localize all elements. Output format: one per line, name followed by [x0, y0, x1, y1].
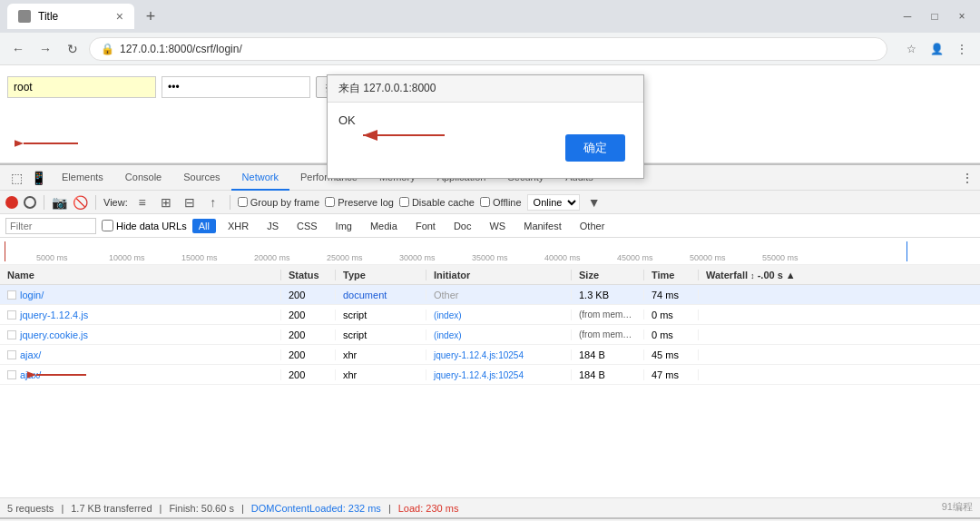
refresh-button[interactable]: ↻ [62, 38, 83, 60]
profile-icon[interactable]: 👤 [926, 38, 947, 60]
status-bar: 5 requests | 1.7 KB transferred | Finish… [0, 497, 980, 517]
record-button[interactable] [5, 196, 18, 209]
table-row[interactable]: jquery.cookie.js 200 script (index) (fro… [0, 325, 980, 345]
view-large-icon[interactable]: ⊞ [157, 193, 175, 211]
disable-cache-label[interactable]: Disable cache [399, 197, 475, 208]
file-icon [7, 370, 16, 379]
row-3-size: 184 B [572, 349, 644, 360]
tick-20000: 20000 ms [254, 253, 290, 262]
disable-cache-checkbox[interactable] [399, 197, 409, 207]
view-list-icon[interactable]: ≡ [133, 193, 152, 211]
tab-sources[interactable]: Sources [172, 165, 230, 191]
minimize-button[interactable]: ─ [897, 5, 918, 27]
filter-media[interactable]: Media [364, 219, 404, 233]
table-row[interactable]: ajax/ 200 xhr jquery-1.12.4.js:10254 184… [0, 365, 980, 385]
lock-icon: 🔒 [101, 43, 114, 55]
back-button[interactable]: ← [7, 38, 29, 60]
filter-css[interactable]: CSS [290, 219, 324, 233]
new-tab-button[interactable]: + [138, 4, 163, 29]
load-time: Load: 230 ms [398, 503, 459, 514]
separator-2: | [160, 503, 162, 514]
filter-img[interactable]: Img [329, 219, 358, 233]
row-3-name-link[interactable]: ajax/ [20, 349, 41, 360]
row-2-name-link[interactable]: jquery.cookie.js [20, 329, 88, 340]
group-by-frame-checkbox[interactable] [238, 197, 248, 207]
tab-close-button[interactable]: × [116, 9, 123, 24]
filter-ws[interactable]: WS [483, 219, 512, 233]
table-header: Name Status Type Initiator Size Time Wat… [0, 265, 980, 285]
filter-doc[interactable]: Doc [447, 219, 478, 233]
th-name: Name [0, 270, 281, 280]
filter-js[interactable]: JS [260, 219, 285, 233]
row-1-size: (from memory cac... [572, 310, 644, 319]
transferred-size: 1.7 KB transferred [71, 503, 152, 514]
group-by-frame-label[interactable]: Group by frame [238, 197, 319, 208]
file-icon [7, 310, 16, 319]
separator-3: | [241, 503, 244, 514]
forward-button[interactable]: → [34, 38, 56, 60]
tab-network[interactable]: Network [231, 165, 289, 191]
throttle-down-icon[interactable]: ▼ [585, 193, 603, 211]
tick-35000: 35000 ms [472, 253, 508, 262]
address-bar[interactable]: 🔒 127.0.0.1:8000/csrf/login/ [89, 37, 887, 61]
device-icon[interactable]: 📱 [29, 169, 47, 187]
row-2-type: script [336, 329, 426, 340]
network-toolbar: 📷 🚫 View: ≡ ⊞ ⊟ ↑ Group by frame Preserv… [0, 191, 980, 214]
throttle-select[interactable]: Online [527, 194, 580, 211]
th-time: Time [644, 270, 699, 280]
row-2-size: (from memory cac... [572, 329, 644, 339]
file-icon [7, 330, 16, 339]
clear-icon[interactable]: 🚫 [73, 195, 88, 210]
dialog-confirm-button[interactable]: 确定 [565, 134, 625, 162]
requests-count: 5 requests [7, 503, 54, 514]
filter-other[interactable]: Other [573, 219, 612, 233]
offline-checkbox[interactable] [480, 197, 490, 207]
restore-button[interactable]: □ [924, 5, 946, 27]
console-area: ⋮ Console × ⚙ 🚫 ⊟ top ▼ Default levels ▼… [0, 517, 980, 521]
view-label: View: [103, 197, 128, 208]
browser-tab[interactable]: Title × [7, 4, 134, 29]
row-3-initiator: jquery-1.12.4.js:10254 [426, 349, 572, 360]
bookmark-icon[interactable]: ☆ [900, 38, 922, 60]
row-0-status: 200 [281, 290, 336, 300]
filter-all[interactable]: All [192, 219, 216, 233]
preserve-log-checkbox[interactable] [325, 197, 335, 207]
table-row[interactable]: ajax/ 200 xhr jquery-1.12.4.js:10254 184… [0, 345, 980, 365]
dialog-header: 来自 127.0.0.1:8000 [328, 75, 643, 103]
network-table[interactable]: Name Status Type Initiator Size Time Wat… [0, 265, 980, 497]
camera-icon[interactable]: 📷 [52, 195, 67, 210]
url-text: 127.0.0.1:8000/csrf/login/ [120, 43, 242, 55]
preserve-log-label[interactable]: Preserve log [325, 197, 394, 208]
row-0-type: document [336, 290, 426, 300]
row-1-type: script [336, 310, 426, 320]
filter-font[interactable]: Font [409, 219, 442, 233]
view-export-icon[interactable]: ↑ [204, 193, 222, 211]
close-button[interactable]: × [951, 5, 973, 27]
table-row[interactable]: jquery-1.12.4.js 200 script (index) (fro… [0, 305, 980, 325]
stop-button[interactable] [24, 196, 36, 209]
browser-titlebar: Title × + ─ □ × [0, 0, 980, 33]
hide-data-urls-label[interactable]: Hide data URLs [102, 220, 187, 231]
inspect-icon[interactable]: ⬚ [7, 169, 25, 187]
th-status: Status [281, 270, 336, 280]
row-0-name-link[interactable]: login/ [20, 290, 44, 300]
ajax-arrow [15, 134, 87, 152]
filter-xhr[interactable]: XHR [221, 219, 255, 233]
dom-loaded-time: DOMContentLoaded: 232 ms [251, 503, 381, 514]
row-4-size: 184 B [572, 369, 644, 380]
devtools-more-icon[interactable]: ⋮ [958, 169, 976, 187]
row-1-name-link[interactable]: jquery-1.12.4.js [20, 310, 88, 320]
tab-elements[interactable]: Elements [51, 165, 114, 191]
th-waterfall: Waterfall ↕ -.00 s ▲ [699, 270, 980, 280]
th-size: Size [572, 270, 644, 280]
menu-icon[interactable]: ⋮ [951, 38, 973, 60]
filter-input[interactable] [5, 218, 96, 234]
hide-data-urls-checkbox[interactable] [102, 220, 113, 231]
view-filter-icon[interactable]: ⊟ [181, 193, 199, 211]
row-2-initiator: (index) [426, 329, 572, 340]
filter-manifest[interactable]: Manifest [517, 219, 568, 233]
tick-55000: 55000 ms [762, 253, 799, 262]
table-row[interactable]: login/ 200 document Other 1.3 KB 74 ms [0, 285, 980, 305]
offline-label[interactable]: Offline [480, 197, 522, 208]
tab-console[interactable]: Console [114, 165, 172, 191]
